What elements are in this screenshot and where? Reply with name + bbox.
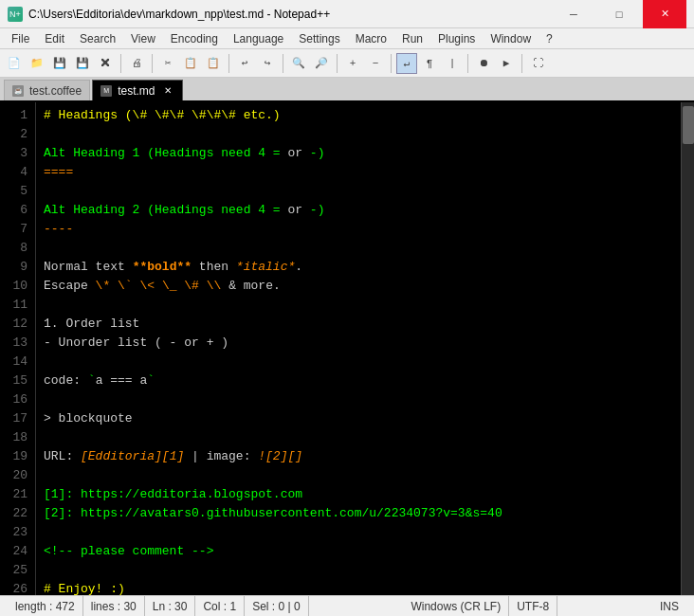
toolbar-sep-5 [337, 54, 338, 73]
print-button[interactable]: 🖨 [126, 53, 147, 74]
toolbar: 📄 📁 💾 💾 🗙 🖨 ✂ 📋 📋 ↩ ↪ 🔍 🔎 + − ↵ ¶ | ⏺ ▶ … [0, 49, 694, 78]
line-numbers: 1 2 3 4 5 6 7 8 9 10 11 12 13 14 15 16 1… [0, 102, 36, 595]
redo-button[interactable]: ↪ [257, 53, 278, 74]
menu-language[interactable]: Language [226, 28, 291, 49]
tab-md-label: test.md [118, 84, 155, 98]
all-chars-button[interactable]: ¶ [419, 53, 440, 74]
tab-coffee[interactable]: ☕ test.coffee [4, 80, 90, 100]
save-button[interactable]: 💾 [49, 53, 70, 74]
tab-md[interactable]: M test.md ✕ [92, 80, 182, 100]
line-num: 2 [0, 125, 27, 144]
toolbar-sep-7 [467, 54, 468, 73]
maximize-button[interactable]: □ [597, 0, 641, 28]
save-all-button[interactable]: 💾 [72, 53, 93, 74]
open-button[interactable]: 📁 [27, 53, 47, 74]
editor-container: 1 2 3 4 5 6 7 8 9 10 11 12 13 14 15 16 1… [0, 102, 694, 595]
find-button[interactable]: 🔍 [288, 53, 309, 74]
toolbar-sep-4 [283, 54, 283, 73]
menu-macro[interactable]: Macro [348, 28, 394, 49]
title-controls: ─ □ ✕ [552, 0, 686, 28]
cut-button[interactable]: ✂ [157, 53, 178, 74]
menu-file[interactable]: File [4, 28, 37, 49]
line-num: 9 [0, 258, 27, 277]
line-num: 25 [0, 561, 27, 580]
line-num: 24 [0, 542, 27, 561]
toolbar-sep-8 [521, 54, 522, 73]
tab-coffee-icon: ☕ [12, 85, 24, 97]
paste-button[interactable]: 📋 [203, 53, 224, 74]
status-bar: length : 472 lines : 30 Ln : 30 Col : 1 … [0, 595, 694, 616]
title-bar: N+ C:\Users\Edditoria\dev\markdown_npp\t… [0, 0, 694, 28]
line-num: 20 [0, 466, 27, 485]
status-encoding: UTF-8 [509, 596, 557, 617]
menu-view[interactable]: View [123, 28, 163, 49]
line-num: 15 [0, 371, 27, 390]
status-sel: Sel : 0 | 0 [245, 596, 308, 617]
status-col: Col : 1 [195, 596, 245, 617]
status-length: length : 472 [8, 596, 83, 617]
line-num: 26 [0, 580, 27, 595]
line-num: 5 [0, 182, 27, 201]
toolbar-sep-3 [228, 54, 229, 73]
menu-search[interactable]: Search [72, 28, 123, 49]
status-ins: INS [652, 596, 686, 617]
vertical-scrollbar[interactable] [681, 102, 694, 595]
menu-plugins[interactable]: Plugins [430, 28, 483, 49]
tab-coffee-label: test.coffee [29, 84, 82, 98]
line-num: 18 [0, 428, 27, 447]
line-num: 16 [0, 390, 27, 409]
line-num: 14 [0, 353, 27, 371]
menu-run[interactable]: Run [394, 28, 430, 49]
line-num: 17 [0, 409, 27, 428]
line-num: 22 [0, 504, 27, 523]
window-title: C:\Users\Edditoria\dev\markdown_npp\test… [28, 8, 330, 21]
toolbar-sep-6 [391, 54, 392, 73]
status-lines: lines : 30 [83, 596, 145, 617]
close-button[interactable]: 🗙 [95, 53, 116, 74]
code-editor[interactable]: # Headings (\# \#\# \#\#\# etc.) Alt Hea… [36, 102, 681, 595]
line-num: 8 [0, 239, 27, 258]
macro-record-button[interactable]: ⏺ [473, 53, 494, 74]
macro-play-button[interactable]: ▶ [496, 53, 517, 74]
app-icon: N+ [8, 7, 23, 22]
menu-settings[interactable]: Settings [291, 28, 347, 49]
toolbar-sep-1 [120, 54, 121, 73]
find-replace-button[interactable]: 🔎 [311, 53, 332, 74]
line-num: 23 [0, 523, 27, 542]
status-ln: Ln : 30 [145, 596, 196, 617]
line-num: 13 [0, 334, 27, 353]
tab-bar: ☕ test.coffee M test.md ✕ [0, 78, 694, 102]
status-eol: Windows (CR LF) [403, 596, 509, 617]
new-button[interactable]: 📄 [4, 53, 25, 74]
tab-md-close[interactable]: ✕ [161, 84, 174, 98]
close-button[interactable]: ✕ [643, 0, 686, 28]
menu-edit[interactable]: Edit [37, 28, 72, 49]
line-num: 12 [0, 315, 27, 334]
title-bar-left: N+ C:\Users\Edditoria\dev\markdown_npp\t… [8, 7, 330, 22]
minimize-button[interactable]: ─ [552, 0, 595, 28]
line-num: 19 [0, 447, 27, 466]
undo-button[interactable]: ↩ [234, 53, 255, 74]
wrap-button[interactable]: ↵ [396, 53, 417, 74]
fullscreen-button[interactable]: ⛶ [527, 53, 548, 74]
tab-md-icon: M [100, 85, 112, 97]
scrollbar-thumb[interactable] [683, 106, 694, 144]
menu-encoding[interactable]: Encoding [163, 28, 226, 49]
line-num: 10 [0, 277, 27, 296]
line-num: 1 [0, 106, 27, 125]
line-num: 4 [0, 163, 27, 182]
zoom-in-button[interactable]: + [342, 53, 363, 74]
copy-button[interactable]: 📋 [180, 53, 201, 74]
menu-help[interactable]: ? [539, 28, 560, 49]
menu-window[interactable]: Window [483, 28, 539, 49]
toolbar-sep-2 [152, 54, 153, 73]
line-num: 7 [0, 220, 27, 239]
menu-bar: File Edit Search View Encoding Language … [0, 28, 694, 49]
line-num: 3 [0, 144, 27, 163]
indent-guide-button[interactable]: | [442, 53, 463, 74]
line-num: 11 [0, 296, 27, 315]
zoom-out-button[interactable]: − [365, 53, 386, 74]
line-num: 6 [0, 201, 27, 220]
line-num: 21 [0, 485, 27, 504]
